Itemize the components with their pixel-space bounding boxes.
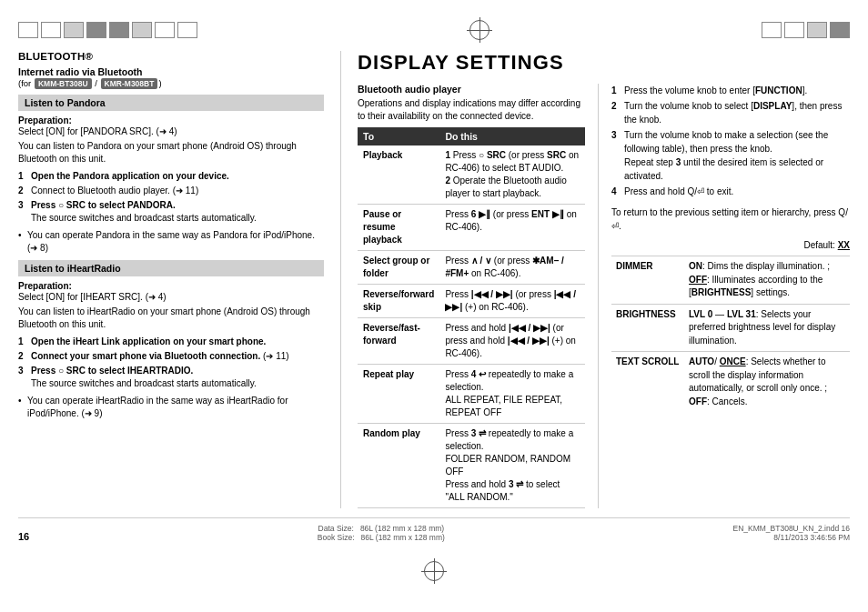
iheart-steps: 1 Open the iHeart Link application on yo… xyxy=(18,336,324,390)
iheart-prep-text: Select [ON] for [IHEART SRC]. (➜ 4) xyxy=(18,292,324,302)
top-bar-right-boxes xyxy=(762,22,850,38)
display-settings-section: 1 Press the volume knob to enter [FUNCTI… xyxy=(599,84,850,508)
bottom-crosshair-v xyxy=(434,558,435,584)
pandora-prep-label: Preparation: xyxy=(18,115,324,125)
setting-name-dimmer: DIMMER xyxy=(611,256,684,305)
row-to-playback: Playback xyxy=(358,145,439,205)
footer-book-size: Book Size: 86L (182 mm x 128 mm) xyxy=(318,533,445,542)
top-box-5 xyxy=(109,22,129,38)
internet-radio-section: Internet radio via Bluetooth (for KMM-BT… xyxy=(18,66,324,420)
top-crosshair xyxy=(466,16,493,44)
table-row: Repeat play Press 4 ↩ repeatedly to make… xyxy=(358,365,585,424)
page-container: BLUETOOTH® Internet radio via Bluetooth … xyxy=(0,0,868,612)
top-right-box-2 xyxy=(784,22,804,38)
badge-kmr: KMR-M308BT xyxy=(101,78,158,89)
top-right-box-4 xyxy=(830,22,850,38)
page-footer: 16 Data Size: 86L (182 mm x 128 mm) Book… xyxy=(18,517,850,542)
table-row: Reverse/forward skip Press |◀◀ / ▶▶| (or… xyxy=(358,285,585,318)
top-box-1 xyxy=(18,22,38,38)
pandora-bullet: You can operate Pandora in the same way … xyxy=(18,229,324,255)
settings-table: DIMMER ON: Dims the display illumination… xyxy=(611,256,850,412)
pandora-step-1: 1 Open the Pandora application on your d… xyxy=(18,170,324,183)
iheart-intro: You can listen to iHeartRadio on your sm… xyxy=(18,306,324,331)
row-do-skip: Press |◀◀ / ▶▶| (or press |◀◀ / ▶▶| (+) … xyxy=(439,285,585,318)
bt-audio-heading: Bluetooth audio player xyxy=(358,84,585,95)
top-bar-left-boxes xyxy=(18,22,197,38)
crosshair-v xyxy=(479,17,480,43)
table-row: Reverse/fast-forward Press and hold |◀◀ … xyxy=(358,318,585,365)
row-do-playback: 1 Press ○ SRC (or press SRC on RC-406) t… xyxy=(439,145,585,205)
bottom-crosshair-inner xyxy=(420,557,448,585)
iheart-prep-label: Preparation: xyxy=(18,281,324,291)
top-box-3 xyxy=(64,22,84,38)
footer-print-date: 8/11/2013 3:46:56 PM xyxy=(732,533,850,542)
footer-data-size: Data Size: 86L (182 mm x 128 mm) xyxy=(318,524,445,533)
top-box-8 xyxy=(177,22,197,38)
bottom-crosshair xyxy=(420,557,448,585)
default-label: Default: xyxy=(803,240,834,250)
internet-radio-heading: Internet radio via Bluetooth (for KMM-BT… xyxy=(18,66,324,89)
table-row: Random play Press 3 ⇌ repeatedly to make… xyxy=(358,424,585,508)
setting-desc-textscroll: AUTO/ ONCE: Selects whether to scroll th… xyxy=(684,352,850,413)
top-box-6 xyxy=(132,22,152,38)
right-inner: Bluetooth audio player Operations and di… xyxy=(358,84,850,508)
bt-table-header-to: To xyxy=(358,127,439,145)
top-right-box-1 xyxy=(762,22,782,38)
row-to-skip: Reverse/forward skip xyxy=(358,285,439,318)
table-row: Playback 1 Press ○ SRC (or press SRC on … xyxy=(358,145,585,205)
main-content: BLUETOOTH® Internet radio via Bluetooth … xyxy=(18,51,850,508)
row-to-group: Select group or folder xyxy=(358,251,439,285)
row-do-ff: Press and hold |◀◀ / ▶▶| (or press and h… xyxy=(439,318,585,365)
footer-center: Data Size: 86L (182 mm x 128 mm) Book Si… xyxy=(318,524,445,542)
row-to-ff: Reverse/fast-forward xyxy=(358,318,439,365)
pandora-steps: 1 Open the Pandora application on your d… xyxy=(18,170,324,225)
footer-page-number: 16 xyxy=(18,531,29,542)
row-to-random: Random play xyxy=(358,424,439,508)
setting-desc-brightness: LVL 0 — LVL 31: Selects your preferred b… xyxy=(684,304,850,352)
display-settings-title: DISPLAY SETTINGS xyxy=(358,51,850,75)
badge-kmm: KMM-BT308U xyxy=(35,78,92,89)
row-do-repeat: Press 4 ↩ repeatedly to make a selection… xyxy=(439,365,585,424)
display-hierarchy-note: To return to the previous setting item o… xyxy=(611,206,850,233)
listen-iheartradio-band: Listen to iHeartRadio xyxy=(18,260,324,276)
settings-row-brightness: BRIGHTNESS LVL 0 — LVL 31: Selects your … xyxy=(611,304,850,352)
setting-name-textscroll: TEXT SCROLL xyxy=(611,352,684,413)
top-bar xyxy=(18,16,850,44)
footer-filename: EN_KMM_BT308U_KN_2.indd 16 xyxy=(732,524,850,533)
row-do-random: Press 3 ⇌ repeatedly to make a selection… xyxy=(439,424,585,508)
display-step-4: 4 Press and hold Q/⏎ to exit. xyxy=(611,185,850,198)
bt-audio-intro: Operations and display indications may d… xyxy=(358,97,585,123)
left-column: BLUETOOTH® Internet radio via Bluetooth … xyxy=(18,51,341,508)
footer-right: EN_KMM_BT308U_KN_2.indd 16 8/11/2013 3:4… xyxy=(732,524,850,542)
default-value: XX xyxy=(838,240,850,250)
display-step-3: 3 Turn the volume knob to make a selecti… xyxy=(611,128,850,183)
setting-name-brightness: BRIGHTNESS xyxy=(611,304,684,352)
listen-pandora-band: Listen to Pandora xyxy=(18,95,324,111)
bluetooth-title: BLUETOOTH® xyxy=(18,51,324,62)
settings-row-dimmer: DIMMER ON: Dims the display illumination… xyxy=(611,256,850,305)
top-right-box-3 xyxy=(807,22,827,38)
top-box-4 xyxy=(86,22,106,38)
table-row: Pause or resume playback Press 6 ▶‖ (or … xyxy=(358,205,585,251)
setting-desc-dimmer: ON: Dims the display illumination. ; OFF… xyxy=(684,256,850,305)
settings-row-textscroll: TEXT SCROLL AUTO/ ONCE: Selects whether … xyxy=(611,352,850,413)
display-step-2: 2 Turn the volume knob to select [DISPLA… xyxy=(611,99,850,126)
table-row: Select group or folder Press ∧ / ∨ (or p… xyxy=(358,251,585,285)
iheart-step-1: 1 Open the iHeart Link application on yo… xyxy=(18,336,324,348)
display-step-1: 1 Press the volume knob to enter [FUNCTI… xyxy=(611,84,850,97)
bt-table-header-do: Do this xyxy=(439,127,585,145)
row-to-pause: Pause or resume playback xyxy=(358,205,439,251)
top-box-2 xyxy=(41,22,61,38)
row-do-group: Press ∧ / ∨ (or press ✱AM– / #FM+ on RC-… xyxy=(439,251,585,285)
iheart-bullet: You can operate iHeartRadio in the same … xyxy=(18,395,324,420)
pandora-step-2: 2 Connect to Bluetooth audio player. (➜ … xyxy=(18,185,324,197)
bt-audio-table: To Do this Playback 1 Press ○ SRC (or pr… xyxy=(358,127,585,508)
row-to-repeat: Repeat play xyxy=(358,365,439,424)
row-do-pause: Press 6 ▶‖ (or press ENT ▶‖ on RC-406). xyxy=(439,205,585,251)
top-box-7 xyxy=(155,22,175,38)
pandora-intro: You can listen to Pandora on your smart … xyxy=(18,140,324,166)
pandora-step-3: 3 Press ○ SRC to select PANDORA.The sour… xyxy=(18,199,324,225)
pandora-prep-text: Select [ON] for [PANDORA SRC]. (➜ 4) xyxy=(18,126,324,136)
iheart-step-2: 2 Connect your smart phone via Bluetooth… xyxy=(18,350,324,363)
right-column: DISPLAY SETTINGS Bluetooth audio player … xyxy=(341,51,850,508)
